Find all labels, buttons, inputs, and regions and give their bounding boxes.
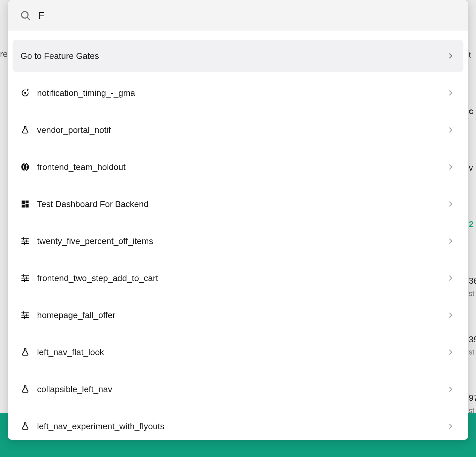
svg-line-1 xyxy=(27,17,30,20)
chevron-right-icon xyxy=(447,423,454,430)
result-row[interactable]: collapsible_left_nav xyxy=(13,373,463,405)
bg-frag: st xyxy=(469,289,476,298)
bg-frag: 97 xyxy=(469,393,476,403)
sliders-icon xyxy=(21,273,30,283)
search-input[interactable] xyxy=(31,10,456,21)
result-row[interactable]: twenty_five_percent_off_items xyxy=(13,225,463,257)
chevron-right-icon xyxy=(447,200,454,208)
search-icon xyxy=(20,10,31,21)
bg-frag: c xyxy=(469,106,476,116)
sliders-icon xyxy=(21,311,30,320)
result-label: left_nav_experiment_with_flyouts xyxy=(30,421,447,432)
flask-icon xyxy=(21,348,30,357)
result-label: notification_timing_-_gma xyxy=(30,88,447,98)
result-label: frontend_team_holdout xyxy=(30,162,447,172)
globe-icon xyxy=(21,162,30,172)
result-row[interactable]: left_nav_flat_look xyxy=(13,336,463,368)
search-results: Go to Feature Gates notification_timing_… xyxy=(8,31,468,440)
bg-frag: st xyxy=(469,348,476,356)
result-row[interactable]: vendor_portal_notif xyxy=(13,114,463,146)
background-fragment-right: t c v 2 36 st 39 st 97 st 50 st xyxy=(469,50,476,457)
result-label: Test Dashboard For Backend xyxy=(30,199,447,209)
chevron-right-icon xyxy=(447,312,454,319)
sliders-icon xyxy=(21,236,30,246)
result-label: vendor_portal_notif xyxy=(30,125,447,135)
autorotate-icon xyxy=(21,88,30,98)
result-row[interactable]: frontend_team_holdout xyxy=(13,151,463,183)
bg-frag: t xyxy=(469,50,476,60)
chevron-right-icon xyxy=(447,274,454,282)
chevron-right-icon xyxy=(447,349,454,356)
result-label: homepage_fall_offer xyxy=(30,310,447,320)
result-row[interactable]: left_nav_experiment_with_flyouts xyxy=(13,410,463,440)
result-header-label: Go to Feature Gates xyxy=(21,51,447,61)
flask-icon xyxy=(21,422,30,431)
bg-frag: 2 xyxy=(469,219,476,229)
background-fragment-left: re xyxy=(0,50,7,63)
search-bar xyxy=(8,0,468,31)
bg-frag: v xyxy=(469,163,476,173)
dashboard-icon xyxy=(21,199,30,209)
result-label: collapsible_left_nav xyxy=(30,384,447,395)
result-label: left_nav_flat_look xyxy=(30,347,447,357)
chevron-right-icon xyxy=(447,89,454,97)
search-dialog: Go to Feature Gates notification_timing_… xyxy=(8,0,468,440)
flask-icon xyxy=(21,385,30,394)
result-label: twenty_five_percent_off_items xyxy=(30,236,447,246)
chevron-right-icon xyxy=(447,386,454,393)
bg-frag: 36 xyxy=(469,276,476,286)
result-row[interactable]: notification_timing_-_gma xyxy=(13,77,463,109)
result-label: frontend_two_step_add_to_cart xyxy=(30,273,447,283)
flask-icon xyxy=(21,125,30,135)
result-row[interactable]: homepage_fall_offer xyxy=(13,299,463,331)
bg-frag: 39 xyxy=(469,334,476,345)
result-row[interactable]: frontend_two_step_add_to_cart xyxy=(13,262,463,294)
chevron-right-icon xyxy=(447,163,454,171)
chevron-right-icon xyxy=(447,126,454,134)
result-row[interactable]: Test Dashboard For Backend xyxy=(13,188,463,220)
chevron-right-icon xyxy=(447,52,454,60)
chevron-right-icon xyxy=(447,237,454,245)
result-header-feature-gates[interactable]: Go to Feature Gates xyxy=(13,40,463,72)
